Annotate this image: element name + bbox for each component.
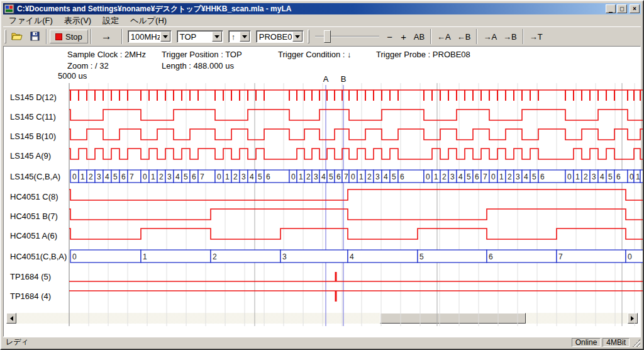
zoom-slider[interactable] <box>315 30 379 43</box>
toolbar-grip[interactable] <box>308 30 309 43</box>
scrollbar-thumb[interactable] <box>380 313 526 324</box>
close-button[interactable]: × <box>630 4 640 13</box>
channel-label-8: HC4051(C,B,A) <box>10 252 67 261</box>
goto-trigger-button[interactable]: →T <box>526 30 546 43</box>
zoom-slider-thumb[interactable] <box>324 30 331 43</box>
scroll-right-button[interactable] <box>628 313 638 324</box>
ab-cursors-button[interactable]: AB <box>411 30 428 43</box>
trigger-condition-readout: Trigger Condition : ↓ <box>278 50 352 59</box>
channel-label-7: HC4051 A(6) <box>10 231 57 240</box>
waveform-client-area <box>3 46 641 337</box>
menu-bar: ファイル(F)表示(V)設定ヘルプ(H) <box>3 14 641 26</box>
channel-label-3: LS145 A(9) <box>10 151 51 161</box>
channel-label-6: HC4051 B(7) <box>10 212 58 221</box>
sample-rate-combo[interactable]: 100MHz <box>128 30 172 43</box>
sample-clock-readout: Sample Clock : 2MHz <box>67 50 146 59</box>
channel-label-1: LS145 C(11) <box>10 112 56 121</box>
set-cursor-b-button[interactable]: →B <box>500 30 520 43</box>
scroll-left-icon <box>8 316 13 321</box>
goto-cursor-a-button[interactable]: ←A <box>434 30 454 43</box>
menu-item-0[interactable]: ファイル(F) <box>3 14 58 28</box>
window-title: C:¥Documents and Settings¥noname¥デスクトップ¥… <box>14 4 604 14</box>
trigger-edge-combo[interactable]: ↑ <box>228 30 251 43</box>
app-window: C:¥Documents and Settings¥noname¥デスクトップ¥… <box>0 0 644 350</box>
resize-grip[interactable] <box>633 339 640 347</box>
save-floppy-icon <box>30 31 40 42</box>
chevron-down-icon[interactable] <box>240 31 250 42</box>
zoom-out-button[interactable]: − <box>383 30 397 43</box>
scroll-left-button[interactable] <box>6 313 16 324</box>
toolbar-separator <box>121 29 123 44</box>
stop-button[interactable]: Stop <box>50 30 88 43</box>
set-cursor-a-button[interactable]: →A <box>480 30 500 43</box>
run-button[interactable]: → <box>94 30 119 43</box>
channel-label-4: LS145(C,B,A) <box>10 172 60 181</box>
status-memory-badge: 4MBit <box>602 338 630 347</box>
length-readout: Length : 488.000 us <box>162 61 234 71</box>
toolbar-grip[interactable] <box>4 30 6 43</box>
scroll-right-icon <box>631 316 636 321</box>
toolbar: Stop → 100MHz TOP ↑ PROBE00 − + AB ←A <box>3 26 641 46</box>
status-bar: レディ Online 4MBit <box>3 337 641 347</box>
open-folder-icon <box>11 31 24 42</box>
channel-label-5: HC4051 C(8) <box>10 192 58 201</box>
horizontal-scrollbar[interactable] <box>6 313 638 324</box>
goto-cursor-b-button[interactable]: ←B <box>454 30 474 43</box>
toolbar-separator <box>476 29 477 44</box>
toolbar-separator <box>523 29 524 44</box>
chevron-down-icon[interactable] <box>292 31 303 42</box>
maximize-button[interactable]: □ <box>617 4 627 13</box>
trigger-position-readout: Trigger Position : TOP <box>162 50 242 59</box>
status-online-badge: Online <box>572 338 601 347</box>
toolbar-separator <box>91 29 92 44</box>
status-ready-text: レディ <box>3 337 572 347</box>
chevron-down-icon[interactable] <box>212 31 222 42</box>
menu-item-3[interactable]: ヘルプ(H) <box>125 14 172 28</box>
trigger-probe-readout: Trigger Probe : PROBE08 <box>376 50 470 59</box>
zoom-readout: Zoom : / 32 <box>67 61 109 71</box>
title-bar: C:¥Documents and Settings¥noname¥デスクトップ¥… <box>3 3 641 14</box>
menu-item-2[interactable]: 設定 <box>97 14 125 28</box>
channel-label-2: LS145 B(10) <box>10 132 56 141</box>
channel-label-0: LS145 D(12) <box>10 93 57 102</box>
toolbar-separator <box>46 29 47 44</box>
probe-combo[interactable]: PROBE00 <box>256 30 304 43</box>
trigger-position-combo[interactable]: TOP <box>177 30 223 43</box>
save-button[interactable] <box>27 30 43 43</box>
channel-label-9: TP1684 (5) <box>10 272 51 281</box>
ruler-time-label: 5000 us <box>58 71 87 81</box>
zoom-in-button[interactable]: + <box>397 30 411 43</box>
stop-icon <box>55 33 62 40</box>
toolbar-separator <box>430 29 431 44</box>
channel-label-10: TP1684 (4) <box>10 291 51 301</box>
app-icon <box>4 4 14 14</box>
chevron-down-icon[interactable] <box>160 31 170 42</box>
minimize-button[interactable]: _ <box>606 4 616 13</box>
menu-item-1[interactable]: 表示(V) <box>58 14 97 28</box>
open-file-button[interactable] <box>8 30 27 43</box>
